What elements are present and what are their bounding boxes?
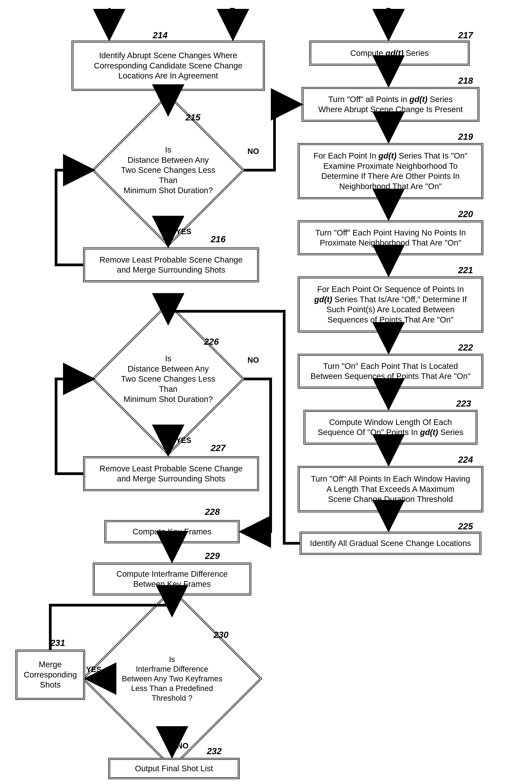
- text: Compute gd(t) Series: [350, 48, 429, 58]
- node-227: Remove Least Probable Scene Change and M…: [83, 456, 259, 491]
- text: Scene Change Duration Threshold: [328, 494, 453, 504]
- label-220: 220: [458, 209, 473, 219]
- text: Turn "Off" Each Point Having No Points I…: [315, 228, 466, 238]
- label-228: 228: [205, 507, 220, 517]
- no-215: NO: [247, 147, 259, 156]
- text: Identify Abrupt Scene Changes Where: [99, 51, 237, 61]
- label-215: 215: [186, 112, 200, 122]
- node-225: Identify All Gradual Scene Change Locati…: [300, 532, 481, 555]
- text: Corresponding Candidate Scene Change: [94, 61, 243, 71]
- label-229: 229: [205, 551, 220, 561]
- label-231: 231: [50, 638, 65, 648]
- text: Is Distance Between Any Two Scene Change…: [119, 145, 217, 196]
- text: Between Key Frames: [133, 579, 211, 589]
- text: gd(t) Series That Is/Are "Off," Determin…: [314, 295, 467, 305]
- text: Sequence Of "On" Points In gd(t) Series: [318, 427, 463, 438]
- node-221: For Each Point Or Sequence of Points In …: [298, 277, 483, 333]
- label-226: 226: [204, 336, 219, 347]
- node-218: Turn "Off" all Points in gd(t) Series Wh…: [302, 87, 479, 122]
- label-221: 221: [458, 265, 473, 275]
- text: Such Point(s) Are Located Between: [326, 305, 454, 315]
- label-224: 224: [458, 454, 473, 465]
- entry-b: B: [229, 6, 236, 17]
- text: Shots: [40, 680, 60, 690]
- label-218: 218: [458, 76, 473, 86]
- label-217: 217: [458, 30, 473, 40]
- node-219: For Each Point In gd(t) Series That Is "…: [298, 143, 483, 199]
- label-219: 219: [458, 132, 473, 142]
- label-232: 232: [207, 746, 222, 756]
- text: Turn "On" Each Point That Is Located: [323, 361, 458, 371]
- node-224: Turn "Off" All Points In Each Window Hav…: [298, 466, 483, 512]
- node-220: Turn "Off" Each Point Having No Points I…: [298, 220, 483, 255]
- entry-c: C: [385, 6, 392, 17]
- node-214: Identify Abrupt Scene Changes Where Corr…: [72, 40, 265, 91]
- no-230: NO: [177, 741, 189, 750]
- yes-215: YES: [176, 227, 191, 236]
- text: Compute Key Frames: [133, 527, 212, 537]
- node-232: Output Final Shot List: [108, 758, 240, 779]
- text: Determine If There Are Other Points In: [321, 171, 460, 181]
- node-222: Turn "On" Each Point That Is Located Bet…: [298, 354, 483, 389]
- text: Between Sequences of Points That Are "On…: [310, 371, 471, 382]
- label-223: 223: [456, 398, 471, 409]
- text: and Merge Surrounding Shots: [117, 265, 225, 275]
- text: Proximate Neighborhood That Are "On": [320, 238, 461, 248]
- node-216: Remove Least Probable Scene Change and M…: [83, 248, 259, 282]
- node-223: Compute Window Length Of Each Sequence O…: [304, 410, 477, 445]
- node-228: Compute Key Frames: [104, 520, 240, 543]
- entry-a: A: [106, 6, 113, 17]
- text: Compute Window Length Of Each: [329, 417, 452, 427]
- text: Merge: [39, 660, 62, 670]
- text: Turn "Off" all Points in gd(t) Series: [328, 94, 453, 105]
- text: Corresponding: [24, 670, 77, 680]
- text: Is Interframe Difference Between Any Two…: [115, 654, 229, 703]
- text: Remove Least Probable Scene Change: [100, 255, 243, 265]
- node-217: Compute gd(t) Series: [309, 40, 470, 66]
- text: Compute Interframe Difference: [116, 569, 228, 579]
- text: Remove Least Probable Scene Change: [100, 464, 243, 474]
- label-225: 225: [458, 521, 473, 532]
- text: Neighborhood That Are "On": [339, 181, 442, 192]
- text: Turn "Off" All Points In Each Window Hav…: [311, 474, 470, 484]
- text: For Each Point In gd(t) Series That Is "…: [313, 151, 468, 161]
- label-214: 214: [153, 30, 168, 40]
- text: A Length That Exceeds A Maximum: [327, 484, 454, 494]
- text: Examine Proximate Neighborhood To: [324, 161, 458, 171]
- text: Identify All Gradual Scene Change Locati…: [310, 538, 471, 549]
- text: Locations Are In Agreement: [118, 71, 218, 81]
- flowchart-canvas: A B C Identify Abrupt Scene Changes Wher…: [0, 0, 532, 784]
- text: Is Distance Between Any Two Scene Change…: [119, 354, 217, 404]
- text: Sequences of Points That Are "On": [328, 315, 453, 325]
- label-216: 216: [211, 234, 226, 244]
- yes-230: YES: [86, 665, 102, 674]
- label-230: 230: [214, 629, 228, 640]
- label-227: 227: [211, 443, 226, 453]
- text: Output Final Shot List: [135, 763, 213, 774]
- text: Where Abrupt Scene Change Is Present: [318, 104, 463, 115]
- node-231: Merge Corresponding Shots: [16, 650, 85, 700]
- text: and Merge Surrounding Shots: [117, 474, 225, 484]
- text: For Each Point Or Sequence of Points In: [317, 284, 464, 295]
- node-215: Is Distance Between Any Two Scene Change…: [114, 116, 222, 224]
- yes-226: YES: [176, 436, 191, 445]
- label-222: 222: [458, 342, 473, 353]
- no-226: NO: [247, 356, 259, 364]
